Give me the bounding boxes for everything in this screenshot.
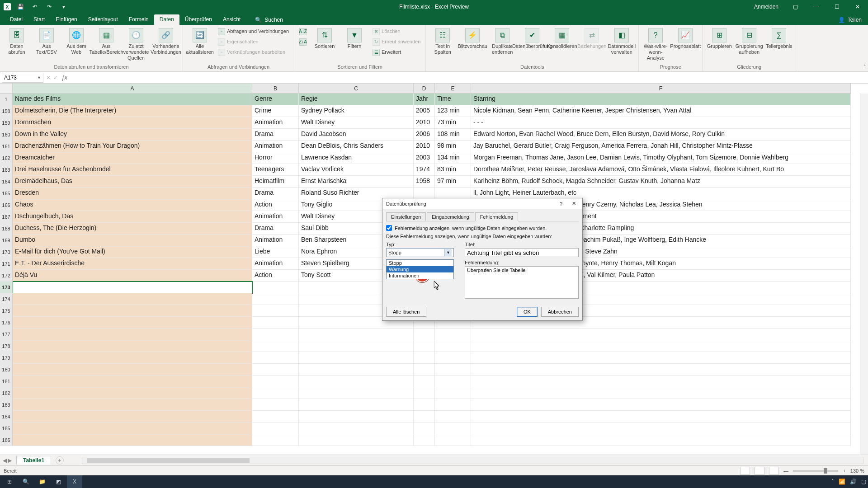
view-normal-button[interactable] — [740, 467, 750, 475]
duplikate-entfernen-button[interactable]: ⧉Duplikate entfernen — [488, 27, 516, 56]
col-header-A[interactable]: A — [13, 84, 252, 94]
row-header[interactable]: 159 — [0, 117, 13, 129]
cell[interactable] — [414, 387, 435, 399]
cell[interactable] — [471, 328, 851, 340]
row-header[interactable]: 169 — [0, 235, 13, 246]
col-header-D[interactable]: D — [414, 84, 435, 94]
cell[interactable]: Dresden — [13, 188, 252, 199]
cell[interactable] — [414, 411, 435, 422]
erweitert-button[interactable]: ☰Erweitert — [370, 47, 423, 57]
cell[interactable]: Drama — [252, 223, 299, 235]
zoom-value[interactable]: 130 % — [850, 468, 864, 474]
cell[interactable] — [299, 434, 414, 446]
cell[interactable] — [414, 223, 435, 235]
cell[interactable] — [414, 399, 435, 411]
cell[interactable]: 2006 — [414, 129, 435, 141]
zoom-thumb[interactable] — [824, 468, 827, 474]
row-header[interactable]: 180 — [0, 364, 13, 375]
gruppieren-button[interactable]: ⊞Gruppieren — [705, 27, 733, 51]
add-sheet-button[interactable]: + — [56, 456, 64, 465]
cell[interactable]: s, Simon McBurney, Dominic Cooper, Charl… — [471, 223, 851, 235]
cell[interactable] — [435, 387, 471, 399]
cell[interactable] — [471, 375, 851, 387]
cell[interactable]: Roland Suso Richter — [299, 188, 414, 199]
cell[interactable] — [299, 293, 414, 305]
cell[interactable]: Nicole Kidman, Sean Penn, Catherine Keen… — [471, 105, 851, 117]
row-header[interactable]: 173 — [0, 282, 13, 293]
cell[interactable]: Dschungelbuch, Das — [13, 211, 252, 223]
cell[interactable] — [299, 364, 414, 375]
cell[interactable]: Name des Films — [13, 94, 252, 105]
cell[interactable] — [252, 364, 299, 375]
cell[interactable] — [414, 352, 435, 364]
cell[interactable]: Down in the Valley — [13, 129, 252, 141]
zoom-in-button[interactable]: + — [843, 468, 845, 474]
sheet-nav-prev-icon[interactable]: ◀ — [3, 457, 7, 464]
aus-tabelle-button[interactable]: ▦Aus Tabelle/Bereich — [92, 27, 120, 56]
cell[interactable]: Déjà Vu — [13, 270, 252, 282]
cell[interactable] — [471, 282, 851, 293]
cell[interactable] — [414, 422, 435, 434]
cell[interactable]: Edward Norton, Evan Rachel Wood, Bruce D… — [471, 129, 851, 141]
view-layout-button[interactable] — [755, 467, 764, 475]
row-header[interactable]: 162 — [0, 152, 13, 164]
horizontal-scrollbar[interactable] — [82, 457, 863, 464]
sortieren-button[interactable]: ⇅Sortieren — [311, 27, 339, 51]
cell[interactable]: Horror — [252, 152, 299, 164]
cell[interactable]: Dolmetscherin, Die (The Interpreter) — [13, 105, 252, 117]
cell[interactable] — [299, 328, 414, 340]
cell[interactable] — [13, 293, 252, 305]
cell[interactable] — [13, 434, 252, 446]
cell[interactable] — [299, 282, 414, 293]
cell[interactable]: Saul Dibb — [299, 223, 414, 235]
cell[interactable] — [414, 364, 435, 375]
cell[interactable] — [471, 387, 851, 399]
taskbar-explorer-icon[interactable]: 📁 — [34, 475, 50, 488]
cell[interactable]: Animation — [252, 211, 299, 223]
row-header[interactable]: 184 — [0, 411, 13, 422]
cell[interactable] — [435, 188, 471, 199]
cell[interactable] — [435, 340, 471, 352]
close-button[interactable]: ✕ — [847, 0, 868, 14]
row-header[interactable]: 172 — [0, 270, 13, 282]
row-header[interactable]: 170 — [0, 246, 13, 258]
cell[interactable] — [299, 352, 414, 364]
cell[interactable]: ll, John Light, Heiner Lauterbach, etc — [471, 188, 851, 199]
select-all-corner[interactable] — [0, 84, 13, 94]
cell[interactable] — [252, 328, 299, 340]
sheet-nav-next-icon[interactable]: ▶ — [8, 457, 12, 464]
cell[interactable]: Time — [435, 94, 471, 105]
row-header[interactable]: 179 — [0, 352, 13, 364]
cell[interactable]: Dornröschen — [13, 117, 252, 129]
tab-ansicht[interactable]: Ansicht — [217, 14, 246, 25]
row-header[interactable]: 186 — [0, 434, 13, 446]
cell[interactable] — [435, 375, 471, 387]
cell[interactable]: Animation — [252, 117, 299, 129]
cell[interactable] — [435, 352, 471, 364]
row-header[interactable]: 1 — [0, 94, 13, 105]
vorhandene-verbindungen-button[interactable]: 🔗Vorhandene Verbindungen — [152, 27, 180, 56]
cell[interactable] — [435, 293, 471, 305]
taskbar-app-icon[interactable]: ◩ — [51, 475, 66, 488]
cell[interactable] — [471, 399, 851, 411]
chevron-down-icon[interactable]: ▼ — [37, 75, 41, 80]
cell[interactable] — [435, 270, 471, 282]
cell[interactable] — [414, 246, 435, 258]
formula-input[interactable] — [71, 73, 868, 83]
cell[interactable]: 98 min — [435, 141, 471, 152]
cell[interactable] — [252, 387, 299, 399]
tab-seitenlayout[interactable]: Seitenlayout — [83, 14, 123, 25]
cell[interactable] — [252, 352, 299, 364]
abfragen-verbindungen-button[interactable]: ▫Abfragen und Verbindungen — [216, 27, 291, 37]
tab-start[interactable]: Start — [28, 14, 50, 25]
cell[interactable]: Action — [252, 270, 299, 282]
cell[interactable]: Jahr — [414, 94, 435, 105]
cell[interactable]: Crime — [252, 105, 299, 117]
cell[interactable]: Starring — [471, 94, 851, 105]
cell[interactable]: Dean DeBlois, Chris Sanders — [299, 141, 414, 152]
cell[interactable] — [299, 375, 414, 387]
cell[interactable] — [471, 434, 851, 446]
text-in-spalten-button[interactable]: ☷Text in Spalten — [429, 27, 457, 56]
cell[interactable]: Jay Baruchel, Gerard Butler, Craig Fergu… — [471, 141, 851, 152]
scrollbar-thumb[interactable] — [87, 458, 250, 463]
